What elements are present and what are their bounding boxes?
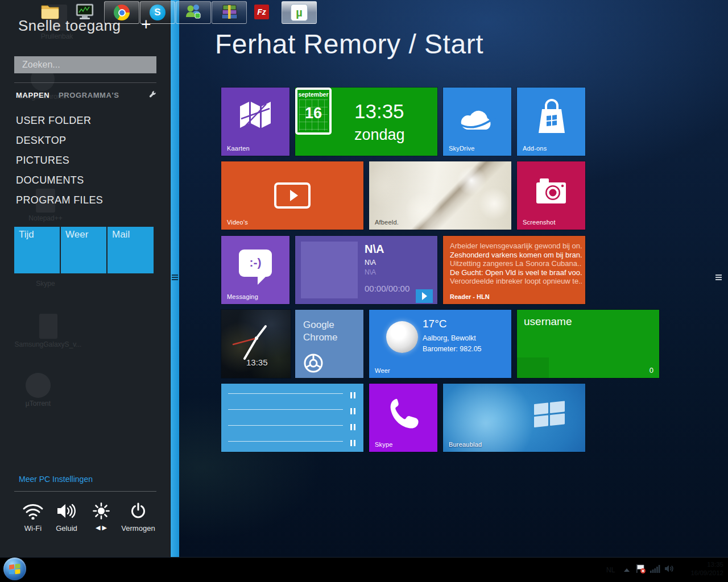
tile-username[interactable]: username 0 xyxy=(517,310,659,378)
power-icon xyxy=(130,502,147,519)
divider xyxy=(14,491,156,492)
skype-icon: S xyxy=(150,5,166,20)
chat-bubble-icon: :-) xyxy=(239,250,272,277)
network-signal-icon[interactable] xyxy=(650,565,660,575)
windows-taskbar xyxy=(0,557,728,582)
action-center-flag-icon[interactable] xyxy=(636,564,646,576)
tab-mappen[interactable]: MAPPEN xyxy=(16,91,49,99)
headline-list: Arbeider levensgevaarlijk gewond bij on.… xyxy=(450,242,582,286)
sidebar-tile-tijd[interactable]: Tijd xyxy=(14,227,60,273)
speaker-icon xyxy=(56,502,77,519)
sidebar-item-user-folder[interactable]: USER FOLDER xyxy=(16,115,91,127)
tile-agenda[interactable]: september 16 13:35 zondag xyxy=(295,88,437,156)
tray-clock[interactable]: 13:35 16/09/2012 xyxy=(677,560,723,577)
news-source-label: Reader - HLN xyxy=(450,293,490,300)
brightness-sun-icon xyxy=(92,502,110,519)
video-player-icon xyxy=(274,182,311,209)
chrome-taskbar-button[interactable] xyxy=(104,1,139,24)
tile-clock[interactable]: 13:35 xyxy=(221,310,291,378)
utorrent-taskbar-button[interactable]: µ xyxy=(282,1,317,24)
pause-icon xyxy=(349,390,355,401)
track-artist: N\A xyxy=(365,259,376,267)
search-input[interactable] xyxy=(14,56,156,73)
skype-taskbar-button[interactable]: S xyxy=(140,1,175,24)
list-item xyxy=(228,436,355,447)
album-art-placeholder xyxy=(301,242,358,298)
sidebar-item-desktop[interactable]: DESKTOP xyxy=(16,135,67,147)
map-icon xyxy=(240,102,271,129)
winrar-icon xyxy=(221,3,238,22)
pause-icon xyxy=(349,438,355,448)
calendar-icon: september 16 xyxy=(295,88,332,135)
tile-music-player[interactable]: N\A N\A N\A 00:00/00:00 xyxy=(295,236,437,304)
sidebar-tile-weer[interactable]: Weer xyxy=(61,227,106,273)
utorrent-icon: µ xyxy=(291,4,308,21)
windows-start-flag-icon xyxy=(9,564,20,574)
show-hidden-icons-arrow[interactable] xyxy=(624,568,630,572)
camera-icon xyxy=(536,178,566,203)
page-title: Ferhat Remory / Start xyxy=(215,28,483,60)
wifi-button[interactable]: Wi-Fi xyxy=(15,502,51,533)
tile-bureaublad[interactable]: Bureaublad xyxy=(443,384,585,452)
tray-date: 16/09/2012 xyxy=(677,569,723,577)
winrar-taskbar-button[interactable] xyxy=(212,1,247,24)
chrome-icon xyxy=(114,5,130,20)
strip-grip-handle[interactable] xyxy=(172,275,178,281)
power-button[interactable]: Vermogen xyxy=(121,502,156,533)
start-button[interactable] xyxy=(3,558,26,580)
pause-icon xyxy=(349,406,355,417)
tile-screenshot[interactable]: Screenshot xyxy=(517,161,585,230)
scroll-grip-handle[interactable] xyxy=(715,275,722,281)
volume-speaker-icon[interactable] xyxy=(664,564,674,575)
counter-badge: 0 xyxy=(650,366,653,375)
agenda-weekday: zondag xyxy=(354,126,405,144)
headline: De Gucht: Open Vld is veel te braaf voo.… xyxy=(450,268,582,277)
tile-news-reader[interactable]: Arbeider levensgevaarlijk gewond bij on.… xyxy=(443,236,585,304)
tab-programmas[interactable]: PROGRAMMA'S xyxy=(59,91,119,99)
pause-icon xyxy=(349,422,355,433)
headline: Veroordeelde inbreker loopt opnieuw te..… xyxy=(450,277,582,286)
tile-download-list[interactable] xyxy=(221,384,363,452)
phone-handset-icon xyxy=(387,396,419,430)
tile-afbeeld[interactable]: Afbeeld. xyxy=(369,161,511,230)
filezilla-taskbar-icon[interactable]: Fz xyxy=(254,5,269,19)
tile-videos[interactable]: Video's xyxy=(221,161,363,230)
ghost-desktop-icon-utorrent: µTorrent xyxy=(7,373,69,408)
list-item xyxy=(228,420,355,431)
sidebar-item-program-files[interactable]: PROGRAM FILES xyxy=(16,194,103,206)
system-monitor-taskbar-icon[interactable] xyxy=(75,3,94,23)
tray-time: 13:35 xyxy=(677,560,723,569)
messenger-icon xyxy=(185,3,202,22)
explorer-taskbar-icon[interactable] xyxy=(41,3,59,22)
customize-wrench-icon[interactable] xyxy=(148,90,156,101)
list-item xyxy=(228,388,355,400)
sidebar-item-pictures[interactable]: PICTURES xyxy=(16,155,69,167)
sidebar-item-documents[interactable]: DOCUMENTS xyxy=(16,174,84,186)
weather-location: Aalborg, Bewolkt xyxy=(423,334,476,342)
tile-weer[interactable]: 17°C Aalborg, Bewolkt Barometer: 982.05 … xyxy=(369,310,511,378)
headline: Arbeider levensgevaarlijk gewond bij on.… xyxy=(450,242,582,251)
sound-button[interactable]: Geluid xyxy=(49,502,84,533)
more-pc-settings-link[interactable]: Meer PC Instellingen xyxy=(19,475,93,484)
tile-skype[interactable]: Skype xyxy=(369,384,437,452)
sidebar-tile-mail[interactable]: Mail xyxy=(107,227,154,273)
agenda-time: 13:35 xyxy=(354,100,404,123)
tile-kaarten[interactable]: Kaarten xyxy=(221,88,289,156)
ghost-desktop-icon-samsung-doc: SamsungGalaxyS_v... xyxy=(1,314,95,348)
language-indicator[interactable]: NL xyxy=(606,566,615,574)
tile-messaging[interactable]: :-) Messaging xyxy=(221,236,289,304)
tile-google-chrome[interactable]: Google Chrome xyxy=(295,310,363,378)
clock-time: 13:35 xyxy=(246,357,268,367)
play-button[interactable] xyxy=(416,289,433,303)
temperature: 17°C xyxy=(423,318,446,330)
tile-skydrive[interactable]: SkyDrive xyxy=(443,88,511,156)
chrome-logo-icon xyxy=(303,353,324,373)
tile-addons[interactable]: Add-ons xyxy=(517,88,585,156)
brightness-arrows[interactable]: ◀ ▶ xyxy=(84,524,119,531)
ghost-desktop-icon-skype: Skype xyxy=(14,280,77,288)
messenger-taskbar-button[interactable] xyxy=(176,1,211,24)
windows-flag-icon xyxy=(534,400,566,428)
brightness-button[interactable]: ◀ ▶ xyxy=(84,502,119,531)
play-icon xyxy=(422,292,427,300)
cloud-icon xyxy=(458,106,497,132)
